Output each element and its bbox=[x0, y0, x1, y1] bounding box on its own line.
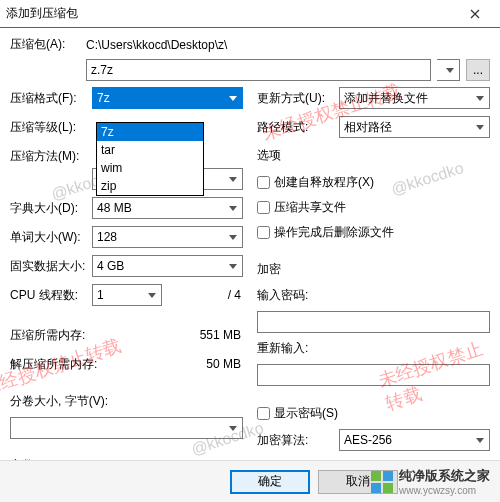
window-title: 添加到压缩包 bbox=[6, 5, 78, 22]
threads-select[interactable]: 1 bbox=[92, 284, 162, 306]
close-icon bbox=[470, 9, 480, 19]
split-label: 分卷大小, 字节(V): bbox=[10, 394, 108, 408]
options-title: 选项 bbox=[257, 147, 490, 164]
pwd2-label: 重新输入: bbox=[257, 341, 308, 355]
word-label: 单词大小(W): bbox=[10, 229, 86, 246]
logo-icon bbox=[371, 471, 393, 493]
logo-url: www.ycwzsy.com bbox=[399, 485, 490, 496]
format-option[interactable]: wim bbox=[97, 159, 203, 177]
enc-title: 加密 bbox=[257, 261, 490, 278]
close-button[interactable] bbox=[456, 0, 494, 28]
word-select[interactable]: 128 bbox=[92, 226, 243, 248]
split-select[interactable] bbox=[10, 417, 243, 439]
ok-button[interactable]: 确定 bbox=[230, 470, 310, 494]
opt-share-checkbox[interactable]: 压缩共享文件 bbox=[257, 198, 490, 216]
format-option[interactable]: zip bbox=[97, 177, 203, 195]
browse-button[interactable]: ... bbox=[466, 59, 490, 81]
mem-decompress-label: 解压缩所需内存: bbox=[10, 356, 120, 373]
opt-sfx-checkbox[interactable]: 创建自释放程序(X) bbox=[257, 173, 490, 191]
titlebar: 添加到压缩包 bbox=[0, 0, 500, 28]
format-label: 压缩格式(F): bbox=[10, 90, 86, 107]
mem-compress-label: 压缩所需内存: bbox=[10, 327, 120, 344]
pathmode-select[interactable]: 相对路径 bbox=[339, 116, 490, 138]
format-select[interactable]: 7z bbox=[92, 87, 243, 109]
archive-label: 压缩包(A): bbox=[10, 36, 80, 53]
brand-logo: 纯净版系统之家 www.ycwzsy.com bbox=[371, 467, 490, 496]
password2-input[interactable] bbox=[257, 364, 490, 386]
format-dropdown[interactable]: 7z tar wim zip bbox=[96, 122, 204, 196]
method-label: 压缩方法(M): bbox=[10, 148, 86, 165]
pwd-label: 输入密码: bbox=[257, 288, 308, 302]
mem-decompress-value: 50 MB bbox=[206, 357, 243, 371]
enc-method-label: 加密算法: bbox=[257, 432, 333, 449]
archive-name-input[interactable] bbox=[86, 59, 431, 81]
format-option[interactable]: tar bbox=[97, 141, 203, 159]
opt-delete-checkbox[interactable]: 操作完成后删除源文件 bbox=[257, 223, 490, 241]
update-label: 更新方式(U): bbox=[257, 90, 333, 107]
threads-label: CPU 线程数: bbox=[10, 287, 86, 304]
solid-label: 固实数据大小: bbox=[10, 258, 86, 275]
password-input[interactable] bbox=[257, 311, 490, 333]
dict-select[interactable]: 48 MB bbox=[92, 197, 243, 219]
archive-path: C:\Users\kkocd\Desktop\z\ bbox=[86, 38, 227, 52]
update-select[interactable]: 添加并替换文件 bbox=[339, 87, 490, 109]
enc-method-select[interactable]: AES-256 bbox=[339, 429, 490, 451]
level-label: 压缩等级(L): bbox=[10, 119, 86, 136]
threads-max: / 4 bbox=[228, 288, 243, 302]
pathmode-label: 路径模式: bbox=[257, 119, 333, 136]
logo-name: 纯净版系统之家 bbox=[399, 467, 490, 485]
archive-name-dropdown[interactable] bbox=[437, 59, 460, 81]
format-option[interactable]: 7z bbox=[97, 123, 203, 141]
solid-select[interactable]: 4 GB bbox=[92, 255, 243, 277]
showpwd-checkbox[interactable]: 显示密码(S) bbox=[257, 404, 490, 422]
dict-label: 字典大小(D): bbox=[10, 200, 86, 217]
mem-compress-value: 551 MB bbox=[200, 328, 243, 342]
